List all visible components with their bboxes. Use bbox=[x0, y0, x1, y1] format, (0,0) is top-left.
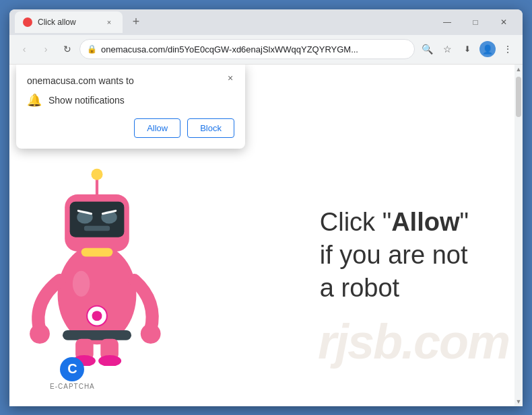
tab-favicon bbox=[23, 17, 32, 27]
toolbar: ‹ › ↻ 🔒 onemacusa.com/din5YoE0cqGW-xd6en… bbox=[9, 35, 523, 65]
scrollbar-thumb[interactable] bbox=[516, 77, 521, 117]
menu-button[interactable]: ⋮ bbox=[498, 40, 517, 59]
minimize-button[interactable]: — bbox=[434, 12, 461, 32]
popup-close-button[interactable]: × bbox=[224, 71, 237, 85]
popup-actions: Allow Block bbox=[27, 118, 234, 138]
popup-notification-row: 🔔 Show notifications bbox=[27, 93, 234, 108]
address-bar[interactable]: 🔒 onemacusa.com/din5YoE0cqGW-xd6enajSlxW… bbox=[79, 39, 415, 59]
svg-rect-8 bbox=[81, 248, 113, 256]
extensions-icon: ⬇ bbox=[464, 44, 471, 54]
forward-icon: › bbox=[44, 44, 48, 54]
scroll-up-arrow[interactable]: ▲ bbox=[514, 65, 523, 74]
captcha-label: E-CAPTCHA bbox=[50, 383, 95, 390]
heading-line2: if you are not bbox=[320, 238, 469, 271]
browser-window: Click allow × + — □ ✕ ‹ › ↻ 🔒 onemacusa.… bbox=[9, 9, 523, 406]
profile-icon: 👤 bbox=[482, 44, 493, 54]
block-button[interactable]: Block bbox=[187, 118, 234, 138]
profile-button[interactable]: 👤 bbox=[478, 40, 497, 59]
profile-avatar: 👤 bbox=[479, 41, 496, 57]
captcha-logo: C bbox=[60, 357, 84, 381]
scroll-down-arrow[interactable]: ▼ bbox=[514, 397, 523, 406]
new-tab-button[interactable]: + bbox=[127, 13, 145, 32]
svg-point-14 bbox=[92, 311, 102, 321]
back-button[interactable]: ‹ bbox=[15, 40, 34, 59]
page-content: onemacusa.com wants to × 🔔 Show notifica… bbox=[9, 65, 523, 406]
extensions-button[interactable]: ⬇ bbox=[458, 40, 477, 59]
svg-point-11 bbox=[30, 324, 50, 344]
reload-button[interactable]: ↻ bbox=[58, 40, 77, 59]
back-icon: ‹ bbox=[23, 44, 26, 54]
allow-button[interactable]: Allow bbox=[134, 118, 180, 138]
svg-point-20 bbox=[73, 270, 90, 296]
title-bar: Click allow × + — □ ✕ bbox=[9, 9, 523, 35]
svg-rect-15 bbox=[63, 330, 131, 340]
popup-title: onemacusa.com wants to bbox=[27, 75, 234, 86]
window-action-buttons: — □ ✕ bbox=[434, 12, 517, 32]
maximize-button[interactable]: □ bbox=[462, 12, 489, 32]
forward-button[interactable]: › bbox=[36, 40, 55, 59]
address-text: onemacusa.com/din5YoE0cqGW-xd6enajSlxWWq… bbox=[101, 44, 407, 54]
heading-line1: Click "Allow" bbox=[320, 205, 469, 238]
heading-line3: a robot bbox=[320, 272, 469, 305]
svg-point-10 bbox=[92, 168, 103, 180]
scrollbar[interactable]: ▲ ▼ bbox=[514, 65, 523, 406]
search-button[interactable]: 🔍 bbox=[418, 40, 436, 59]
toolbar-icons: 🔍 ☆ ⬇ 👤 ⋮ bbox=[418, 40, 517, 59]
search-icon: 🔍 bbox=[422, 44, 433, 54]
bell-icon: 🔔 bbox=[27, 93, 42, 108]
captcha-badge: C E-CAPTCHA bbox=[50, 357, 95, 390]
notification-label: Show notifications bbox=[48, 95, 125, 106]
reload-icon: ↻ bbox=[63, 44, 71, 54]
svg-point-0 bbox=[58, 244, 137, 344]
svg-rect-7 bbox=[84, 225, 110, 230]
tab-title: Click allow bbox=[38, 17, 98, 27]
bookmark-button[interactable]: ☆ bbox=[438, 40, 457, 59]
star-icon: ☆ bbox=[443, 44, 452, 54]
svg-point-12 bbox=[141, 324, 161, 344]
robot-illustration bbox=[23, 137, 211, 393]
page-heading: Click "Allow" if you are not a robot bbox=[320, 205, 469, 305]
tab-close-button[interactable]: × bbox=[104, 17, 114, 28]
close-button[interactable]: ✕ bbox=[490, 12, 517, 32]
browser-tab[interactable]: Click allow × bbox=[15, 11, 123, 33]
notification-popup: onemacusa.com wants to × 🔔 Show notifica… bbox=[16, 65, 245, 149]
lock-icon: 🔒 bbox=[87, 44, 97, 54]
watermark: rjsb.com bbox=[318, 317, 509, 366]
menu-icon: ⋮ bbox=[503, 44, 512, 54]
